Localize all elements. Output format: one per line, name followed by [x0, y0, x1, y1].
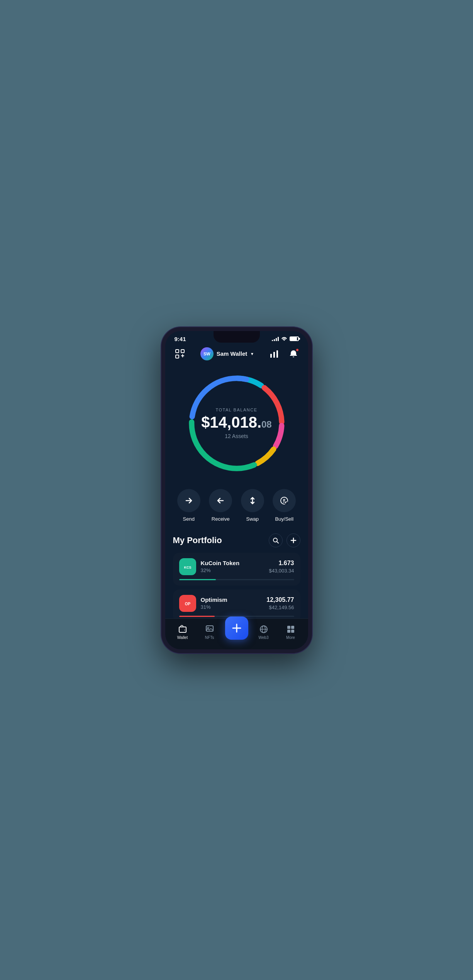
- svg-rect-7: [276, 350, 278, 358]
- buysell-label: Buy/Sell: [275, 516, 293, 522]
- swap-label: Swap: [246, 516, 259, 522]
- portfolio-section: My Portfolio: [165, 530, 308, 618]
- svg-rect-2: [176, 355, 179, 358]
- assets-count: 12 Assets: [201, 433, 271, 439]
- phone-frame: 9:41: [161, 327, 312, 653]
- receive-label: Receive: [212, 516, 230, 522]
- status-icons: [272, 336, 299, 342]
- optimism-row: OP Optimism 31% 12,305.77 $42,149.56: [179, 595, 294, 612]
- header: SW Sam Wallet ▾: [165, 344, 308, 365]
- send-button[interactable]: [177, 489, 200, 512]
- kucoin-amount: 1.673: [269, 560, 294, 567]
- notch: [214, 331, 260, 343]
- signal-icon: [272, 336, 279, 341]
- balance-section: TOTAL BALANCE $14,018.08 12 Assets: [165, 365, 308, 485]
- portfolio-title: My Portfolio: [173, 535, 222, 545]
- kucoin-percent: 32%: [201, 567, 264, 573]
- svg-text:OP: OP: [185, 602, 190, 606]
- add-asset-button[interactable]: [287, 533, 300, 547]
- balance-amount: $14,018.08: [201, 414, 271, 430]
- svg-rect-37: [291, 626, 294, 629]
- optimism-values: 12,305.77 $42,149.56: [266, 596, 294, 610]
- status-time: 9:41: [175, 336, 186, 342]
- svg-rect-1: [181, 350, 184, 353]
- portfolio-actions: [269, 533, 300, 547]
- buysell-button[interactable]: $: [273, 489, 296, 512]
- swap-action[interactable]: Swap: [241, 489, 264, 522]
- optimism-name: Optimism: [201, 596, 262, 603]
- send-action[interactable]: Send: [177, 489, 200, 522]
- svg-rect-0: [176, 350, 179, 353]
- svg-rect-36: [287, 626, 290, 629]
- nfts-icon: [205, 625, 214, 634]
- wallet-icon: [178, 625, 187, 634]
- notification-badge: [296, 348, 299, 352]
- kucoin-values: 1.673 $43,003.34: [269, 560, 294, 574]
- wifi-icon: [281, 336, 287, 342]
- receive-button[interactable]: [209, 489, 232, 512]
- optimism-percent: 31%: [201, 604, 262, 610]
- actions-row: Send Receive: [165, 485, 308, 530]
- nfts-tab-label: NFTs: [205, 635, 214, 640]
- kucoin-progress-container: [179, 579, 294, 580]
- balance-label: TOTAL BALANCE: [201, 408, 271, 412]
- optimism-usd: $42,149.56: [266, 605, 294, 610]
- tab-bar: Wallet NFTs: [165, 618, 308, 649]
- user-profile[interactable]: SW Sam Wallet ▾: [200, 347, 253, 360]
- optimism-amount: 12,305.77: [266, 596, 294, 603]
- optimism-card[interactable]: OP Optimism 31% 12,305.77 $42,149.56: [173, 589, 300, 618]
- more-icon: [286, 625, 295, 634]
- optimism-info: Optimism 31%: [201, 596, 262, 610]
- kucoin-progress-bar: [179, 579, 216, 580]
- optimism-logo: OP: [179, 595, 196, 612]
- more-tab-label: More: [286, 635, 295, 640]
- svg-text:KCS: KCS: [184, 566, 191, 569]
- tab-nfts[interactable]: NFTs: [196, 625, 223, 640]
- svg-rect-38: [287, 630, 290, 633]
- svg-rect-39: [291, 630, 294, 633]
- kucoin-logo: KCS: [179, 558, 196, 575]
- tab-wallet[interactable]: Wallet: [169, 625, 196, 640]
- kucoin-row: KCS KuCoin Token 32% 1.673 $43,003.34: [179, 558, 294, 575]
- swap-button[interactable]: [241, 489, 264, 512]
- web3-tab-label: Web3: [259, 635, 269, 640]
- chevron-down-icon: ▾: [251, 351, 253, 357]
- kucoin-card[interactable]: KCS KuCoin Token 32% 1.673 $43,003.34: [173, 553, 300, 586]
- tab-more[interactable]: More: [277, 625, 304, 640]
- wallet-tab-label: Wallet: [177, 635, 188, 640]
- optimism-progress-bar: [179, 616, 215, 617]
- avatar: SW: [200, 347, 214, 360]
- donut-chart: TOTAL BALANCE $14,018.08 12 Assets: [183, 369, 291, 477]
- tab-web3[interactable]: Web3: [250, 625, 277, 640]
- svg-line-21: [277, 542, 278, 543]
- web3-icon: [259, 625, 268, 634]
- tab-center[interactable]: [223, 624, 250, 640]
- main-scroll: 9:41: [165, 331, 308, 618]
- search-button[interactable]: [269, 533, 283, 547]
- balance-display: TOTAL BALANCE $14,018.08 12 Assets: [201, 408, 271, 439]
- send-label: Send: [183, 516, 195, 522]
- user-name: Sam Wallet: [217, 350, 247, 357]
- buysell-action[interactable]: $ Buy/Sell: [273, 489, 296, 522]
- bell-icon[interactable]: [287, 347, 300, 361]
- receive-action[interactable]: Receive: [209, 489, 232, 522]
- header-right: [267, 347, 300, 361]
- svg-rect-5: [270, 354, 272, 358]
- kucoin-info: KuCoin Token 32%: [201, 560, 264, 573]
- center-action-button[interactable]: [225, 617, 248, 640]
- portfolio-header: My Portfolio: [173, 533, 300, 547]
- svg-rect-6: [273, 352, 275, 358]
- kucoin-name: KuCoin Token: [201, 560, 264, 566]
- scan-icon[interactable]: [173, 347, 187, 361]
- kucoin-usd: $43,003.34: [269, 568, 294, 574]
- svg-rect-28: [179, 627, 186, 632]
- battery-icon: [290, 336, 299, 341]
- chart-icon[interactable]: [267, 347, 281, 361]
